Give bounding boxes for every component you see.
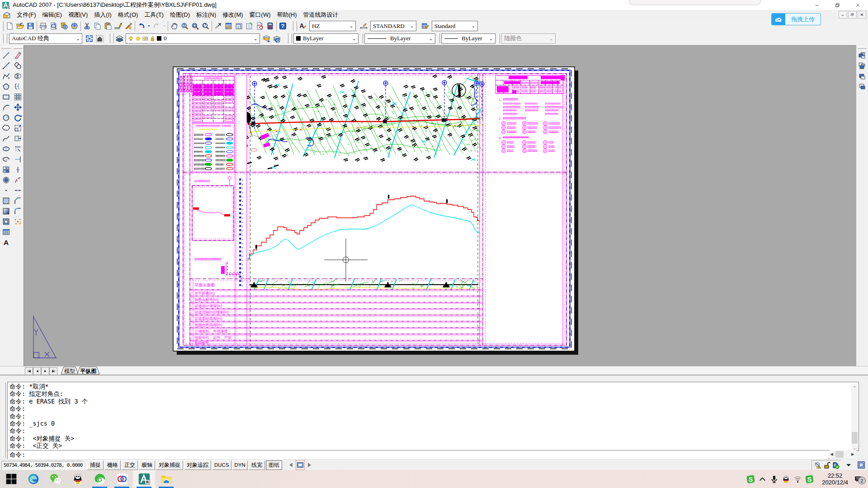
command-history[interactable]: ⌃ ⌄ 命令: *取消*命令: 指定对角点:命令: e ERASE 找到 3 个…: [7, 382, 859, 451]
plot-button[interactable]: [38, 21, 48, 31]
drag-upload-button[interactable]: 拖拽上传: [771, 13, 821, 25]
region-button[interactable]: [1, 216, 11, 227]
scrollbar-thumb[interactable]: [835, 451, 844, 458]
command-grip[interactable]: [3, 383, 6, 458]
plot-preview-button[interactable]: [48, 21, 59, 31]
make-block-button[interactable]: [1, 175, 11, 185]
toolbar-grip[interactable]: [361, 33, 363, 43]
quickcalc-button[interactable]: [265, 21, 275, 31]
scroll-down-icon[interactable]: ⌄: [851, 445, 858, 451]
taskbar-clock[interactable]: 22:52 2020/12/4: [822, 470, 848, 488]
mtext-button[interactable]: A: [1, 237, 11, 248]
toolbar-grip[interactable]: [858, 46, 867, 49]
text-style-icon[interactable]: A: [297, 21, 308, 31]
menu-1[interactable]: 文件(F): [14, 10, 39, 20]
table-style-icon[interactable]: [420, 21, 430, 31]
menu-10[interactable]: 窗口(W): [246, 10, 274, 20]
save-workspace-icon[interactable]: [94, 33, 105, 44]
status-toggle-线宽[interactable]: 线宽: [249, 460, 265, 470]
toolbar-grip[interactable]: [291, 21, 293, 31]
copy-obj-button[interactable]: [13, 61, 23, 71]
command-hscrollbar[interactable]: ◀ ▶: [828, 450, 856, 458]
layout-tab-平纵图[interactable]: 平纵图: [77, 367, 99, 374]
match-props-button[interactable]: [113, 21, 123, 31]
network-icon[interactable]: [793, 475, 802, 483]
join-button[interactable]: [13, 185, 23, 196]
markup-button[interactable]: [255, 21, 265, 31]
stretch-button[interactable]: [13, 133, 23, 144]
publish-button[interactable]: [59, 21, 69, 31]
layer-previous-icon[interactable]: [261, 33, 272, 44]
menu-9[interactable]: 修改(M): [219, 10, 246, 20]
qq-small-icon[interactable]: [782, 475, 790, 483]
layer-states-icon[interactable]: [272, 33, 282, 44]
status-toggle-图纸[interactable]: 图纸: [266, 460, 282, 470]
rectangle-button[interactable]: [1, 92, 11, 102]
drawing-canvas[interactable]: 平面示意图水平距离(m)加密点桩号(m)管道设计埋深(m)管道高程(m)/埋深(…: [24, 45, 856, 366]
menu-6[interactable]: 工具(T): [141, 10, 167, 20]
standards-check-icon[interactable]: [832, 461, 840, 470]
save-button[interactable]: [25, 21, 36, 31]
color-combo[interactable]: ByLayer ⌄: [293, 33, 359, 44]
tool-palettes-button[interactable]: [234, 21, 244, 31]
layout-next-icon[interactable]: [306, 460, 314, 469]
status-toggle-极轴[interactable]: 极轴: [139, 460, 155, 470]
draworder-back-button[interactable]: [857, 61, 867, 71]
start-button[interactable]: [0, 470, 22, 488]
command-prompt[interactable]: 命令:: [7, 450, 829, 460]
draworder-above-button[interactable]: [857, 71, 867, 81]
layout-tabs[interactable]: 模型平纵图: [61, 366, 133, 375]
table-style-combo[interactable]: Standard ⌄: [432, 21, 478, 31]
unlock-big-icon[interactable]: [823, 461, 831, 470]
ellipse-arc-button[interactable]: [1, 154, 11, 164]
scale-button[interactable]: [13, 123, 23, 133]
window-close-button[interactable]: [848, 0, 868, 10]
menu-12[interactable]: 管道线路设计: [300, 10, 342, 20]
toolbar-grip[interactable]: [112, 33, 114, 43]
lineweight-combo[interactable]: ByLayer ⌄: [441, 33, 495, 44]
polygon-button[interactable]: [1, 81, 11, 92]
dim-style-icon[interactable]: [359, 21, 369, 31]
comm-center-warning-icon[interactable]: [814, 461, 822, 470]
sheet-set-button[interactable]: [244, 21, 255, 31]
status-toggle-栅格[interactable]: 栅格: [104, 460, 121, 470]
prev-tab-button[interactable]: [33, 367, 41, 375]
menu-2[interactable]: 编辑(E): [39, 10, 65, 20]
menu-8[interactable]: 标注(N): [193, 10, 219, 20]
toolbar-grip[interactable]: [1, 21, 4, 31]
toolbar-grip[interactable]: [2, 46, 11, 49]
arc-button[interactable]: [1, 102, 11, 113]
status-toggle-正交[interactable]: 正交: [122, 460, 138, 470]
status-toggle-捕捉[interactable]: 捕捉: [87, 460, 104, 470]
revcloud-button[interactable]: [1, 123, 11, 133]
taskbar-explorer[interactable]: [155, 470, 177, 488]
redo-button[interactable]: [151, 21, 162, 31]
draworder-under-button[interactable]: [857, 81, 867, 92]
toolbar-grip[interactable]: [5, 33, 7, 43]
toolbar-grip[interactable]: [498, 33, 500, 43]
taskbar-browser360[interactable]: [89, 470, 111, 488]
layout-tab-模型[interactable]: 模型: [61, 367, 78, 374]
paste-button[interactable]: [103, 21, 113, 31]
redo-dropdown-icon[interactable]: [162, 21, 167, 31]
pan-button[interactable]: [169, 21, 179, 31]
draworder-front-button[interactable]: [857, 50, 867, 61]
layout-prev-icon[interactable]: [287, 460, 295, 469]
status-toggle-对象捕捉[interactable]: 对象捕捉: [156, 460, 183, 470]
dim-style-combo[interactable]: STANDARD ⌄: [370, 21, 416, 31]
linetype-combo[interactable]: ByLayer ⌄: [364, 33, 435, 44]
status-toggle-DUCS[interactable]: DUCS: [212, 460, 231, 470]
layer-combo[interactable]: 0 ⌄: [126, 33, 260, 44]
extend-button[interactable]: [13, 154, 23, 164]
mirror-button[interactable]: [13, 71, 23, 81]
zoom-window-button[interactable]: [190, 21, 200, 31]
mdi-minimize-button[interactable]: [839, 11, 847, 19]
hatch-button[interactable]: [1, 196, 11, 206]
ellipse-button[interactable]: [1, 144, 11, 154]
clean-screen-icon[interactable]: [857, 460, 865, 469]
move-button[interactable]: [13, 102, 23, 113]
toolbar-grip[interactable]: [286, 33, 288, 43]
tray-settings-arrow-icon[interactable]: [844, 460, 853, 469]
rotate-button[interactable]: [13, 113, 23, 123]
open-button[interactable]: [15, 21, 25, 31]
